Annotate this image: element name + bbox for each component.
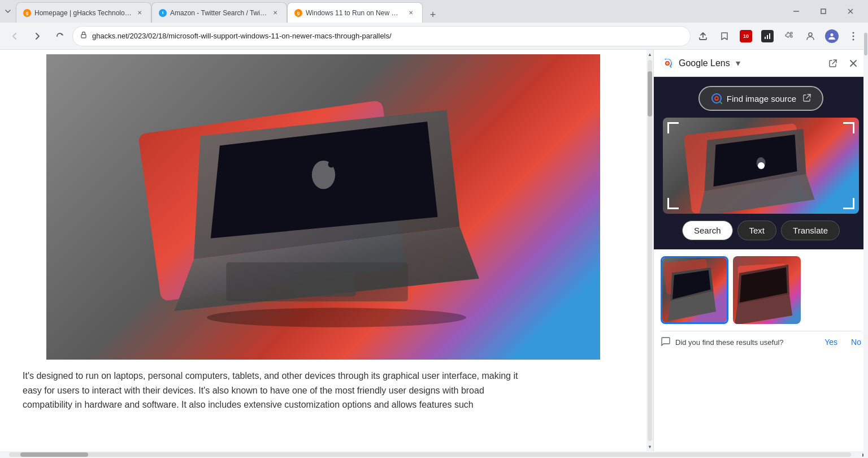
tab2-favicon: t — [159, 9, 167, 17]
extension-badge[interactable]: 10 — [736, 26, 756, 46]
page-scrollbar[interactable]: ▲ ▼ — [646, 50, 653, 451]
lens-image-section: Find image source — [654, 77, 868, 249]
toolbar-actions: 10 — [693, 26, 863, 46]
feedback-row: Did you find these results useful? Yes N… — [661, 331, 861, 353]
window-controls-left — [5, 8, 11, 15]
close-button[interactable] — [837, 3, 863, 20]
svg-point-11 — [853, 35, 854, 37]
lens-dropdown-button[interactable]: ▾ — [736, 58, 740, 68]
selection-corner-bl — [667, 198, 679, 209]
tab-windows11[interactable]: g Windows 11 to Run on New Mac... ✕ — [287, 2, 423, 23]
result-thumb-2[interactable] — [733, 256, 801, 324]
tab2-label: Amazon - Twitter Search / Twitte... — [170, 9, 267, 17]
svg-rect-5 — [765, 37, 766, 39]
horizontal-scroll-track — [9, 452, 851, 457]
find-image-source-button[interactable]: Find image source — [698, 86, 823, 111]
profile-button[interactable] — [822, 26, 842, 46]
maximize-button[interactable] — [810, 3, 836, 20]
bookmark-button[interactable] — [714, 26, 735, 46]
lens-preview-image — [663, 118, 859, 214]
window-controls-right — [783, 3, 863, 20]
webpage-content: It's designed to run on laptops, persona… — [0, 50, 646, 451]
tab1-favicon: g — [23, 9, 31, 17]
minimize-button[interactable] — [783, 3, 809, 20]
back-button[interactable] — [5, 26, 25, 46]
title-bar: g Homepage | gHacks Technology ✕ t Amazo… — [0, 0, 868, 23]
scroll-thumb[interactable] — [648, 71, 652, 116]
svg-point-10 — [853, 32, 854, 33]
horizontal-scroll-thumb[interactable] — [20, 452, 88, 457]
google-lens-search-icon — [711, 93, 722, 104]
tabs-area: g Homepage | gHacks Technology ✕ t Amazo… — [16, 0, 783, 23]
svg-point-8 — [809, 33, 812, 36]
scroll-track — [648, 60, 652, 441]
google-lens-logo — [661, 57, 674, 70]
feedback-no-button[interactable]: No — [851, 338, 861, 347]
article-image-container — [46, 54, 600, 360]
feedback-yes-button[interactable]: Yes — [824, 338, 837, 347]
macbook-illustration — [88, 77, 559, 337]
result-thumb-1[interactable] — [661, 256, 728, 324]
lens-scrollbar[interactable] — [863, 50, 868, 451]
tab-ghacks[interactable]: g Homepage | gHacks Technology ✕ — [16, 2, 151, 23]
lens-action-pills: Search Text Translate — [663, 221, 859, 240]
external-link-icon — [803, 94, 811, 103]
result-thumbnails — [661, 256, 861, 324]
tab3-favicon: g — [294, 9, 302, 17]
lens-header: Google Lens ▾ — [654, 50, 868, 77]
tab-amazon-twitter[interactable]: t Amazon - Twitter Search / Twitte... ✕ — [151, 2, 287, 23]
feedback-chat-icon — [661, 336, 671, 348]
selection-corner-tr — [843, 122, 854, 133]
result-thumb-2-img — [733, 256, 801, 324]
extension-stats[interactable] — [757, 26, 778, 46]
lock-icon — [80, 31, 88, 41]
scroll-up-button[interactable]: ▲ — [646, 50, 653, 59]
svg-point-28 — [712, 94, 721, 103]
lens-title: Google Lens — [679, 58, 730, 68]
selection-corner-br — [843, 198, 854, 209]
thumb1-svg — [662, 258, 727, 322]
user-sync-button[interactable] — [800, 26, 821, 46]
tab3-close[interactable]: ✕ — [406, 8, 415, 18]
tab3-label: Windows 11 to Run on New Mac... — [306, 9, 403, 17]
forward-button[interactable] — [27, 26, 47, 46]
svg-rect-20 — [291, 272, 356, 297]
lens-scroll-thumb[interactable] — [864, 50, 867, 55]
svg-point-9 — [831, 33, 834, 36]
result-thumb-1-img — [662, 258, 727, 322]
lens-translate-pill[interactable]: Translate — [781, 221, 840, 240]
bottom-scrollbar: ▶ — [0, 451, 868, 458]
svg-point-24 — [667, 62, 669, 64]
lens-preview-bg — [663, 118, 859, 214]
lens-text-pill[interactable]: Text — [737, 221, 777, 240]
extensions-button[interactable] — [779, 26, 799, 46]
reload-button[interactable] — [50, 26, 70, 46]
lens-center-dot — [758, 162, 765, 169]
svg-point-29 — [715, 97, 718, 100]
url-text: ghacks.net/2023/02/18/microsoft-will-sup… — [92, 32, 683, 40]
svg-line-25 — [832, 60, 836, 64]
find-source-label: Find image source — [727, 94, 796, 103]
tab2-close[interactable]: ✕ — [271, 8, 280, 18]
share-button[interactable] — [693, 26, 713, 46]
lens-content: Find image source — [654, 77, 868, 451]
lens-results-section: Did you find these results useful? Yes N… — [654, 249, 868, 451]
lens-close-button[interactable] — [845, 55, 861, 71]
tab-group-icon[interactable] — [5, 8, 11, 15]
browser-toolbar: ghacks.net/2023/02/18/microsoft-will-sup… — [0, 23, 868, 50]
svg-rect-7 — [769, 33, 770, 39]
scroll-down-button[interactable]: ▼ — [646, 442, 653, 451]
selection-corner-tl — [667, 122, 679, 133]
more-menu-button[interactable] — [843, 26, 863, 46]
new-tab-button[interactable]: + — [425, 7, 441, 23]
address-bar[interactable]: ghacks.net/2023/02/18/microsoft-will-sup… — [72, 26, 691, 46]
svg-rect-6 — [767, 35, 768, 39]
svg-rect-1 — [821, 9, 826, 14]
article-text: It's designed to run on laptops, persona… — [0, 360, 554, 421]
content-area: It's designed to run on laptops, persona… — [0, 50, 868, 451]
lens-open-new-tab-button[interactable] — [825, 55, 841, 71]
lens-search-pill[interactable]: Search — [682, 221, 733, 240]
tab1-close[interactable]: ✕ — [135, 8, 144, 18]
thumb2-svg — [733, 256, 801, 324]
svg-point-21 — [206, 308, 466, 327]
